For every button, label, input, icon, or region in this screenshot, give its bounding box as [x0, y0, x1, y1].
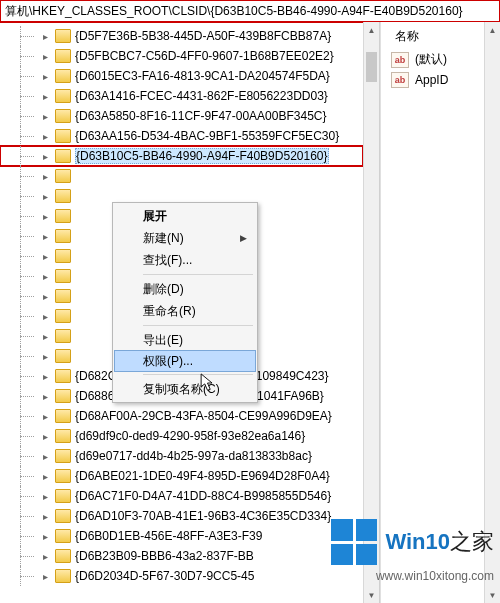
- expander-icon[interactable]: ▸: [40, 291, 51, 302]
- expander-icon[interactable]: ▸: [40, 191, 51, 202]
- address-bar[interactable]: 算机\HKEY_CLASSES_ROOT\CLSID\{D63B10C5-BB4…: [0, 0, 500, 22]
- ctx-find[interactable]: 查找(F)...: [115, 249, 255, 271]
- tree-row[interactable]: ▸85b6bb9c7b}: [0, 166, 363, 186]
- expander-icon[interactable]: ▸: [40, 451, 51, 462]
- values-scrollbar[interactable]: ▲ ▼: [484, 22, 500, 603]
- tree-row[interactable]: ▸{d69df9c0-ded9-4290-958f-93e82ea6a146}: [0, 426, 363, 446]
- expander-icon[interactable]: ▸: [40, 71, 51, 82]
- expander-icon[interactable]: ▸: [40, 91, 51, 102]
- expander-icon[interactable]: ▸: [40, 111, 51, 122]
- tree-row[interactable]: ▸{d69e0717-dd4b-4b25-997a-da813833b8ac}: [0, 446, 363, 466]
- expander-icon[interactable]: ▸: [40, 571, 51, 582]
- tree-row[interactable]: ▸{D6015EC3-FA16-4813-9CA1-DA204574F5DA}: [0, 66, 363, 86]
- tree-item-label: {D5FBCBC7-C56D-4FF0-9607-1B68B7EE02E2}: [75, 49, 334, 63]
- tree-item-label: {D6AC71F0-D4A7-41DD-88C4-B9985855D546}: [75, 489, 331, 503]
- tree-row[interactable]: ▸{D63B10C5-BB46-4990-A94F-F40B9D520160}: [0, 146, 363, 166]
- folder-icon: [55, 29, 71, 43]
- tree-row[interactable]: ▸{D68AF00A-29CB-43FA-8504-CE99A996D9EA}: [0, 406, 363, 426]
- expander-icon[interactable]: ▸: [40, 271, 51, 282]
- tree-item-label: 301CB439E30}: [253, 229, 363, 243]
- value-name: (默认): [415, 51, 447, 68]
- folder-icon: [55, 209, 71, 223]
- expander-icon[interactable]: ▸: [40, 431, 51, 442]
- folder-icon: [55, 349, 71, 363]
- folder-icon: [55, 229, 71, 243]
- tree-row[interactable]: ▸{D63AA156-D534-4BAC-9BF1-55359FCF5EC30}: [0, 126, 363, 146]
- tree-row[interactable]: ▸{D6ABE021-1DE0-49F4-895D-E9694D28F0A4}: [0, 466, 363, 486]
- tree-scrollbar[interactable]: ▲ ▼: [363, 22, 379, 603]
- expander-icon[interactable]: ▸: [40, 411, 51, 422]
- expander-icon[interactable]: ▸: [40, 371, 51, 382]
- tree-item-label: {D6ABE021-1DE0-49F4-895D-E9694D28F0A4}: [75, 469, 330, 483]
- tree-item-label: {D6D2034D-5F67-30D7-9CC5-45: [75, 569, 254, 583]
- tree-row[interactable]: ▸{D6AC71F0-D4A7-41DD-88C4-B9985855D546}: [0, 486, 363, 506]
- tree-row[interactable]: ▸{D6B0D1EB-456E-48FF-A3E3-F39: [0, 526, 363, 546]
- tree-item-label: ED8E86E9B8}: [253, 349, 363, 363]
- tree-item-label: {d69df9c0-ded9-4290-958f-93e82ea6a146}: [75, 429, 305, 443]
- scroll-down-button[interactable]: ▼: [485, 587, 500, 603]
- ctx-expand[interactable]: 展开: [115, 205, 255, 227]
- tree-item-label: 554E9A8ED10}: [253, 189, 363, 203]
- expander-icon[interactable]: ▸: [40, 531, 51, 542]
- scroll-down-button[interactable]: ▼: [364, 587, 379, 603]
- ctx-rename[interactable]: 重命名(R): [115, 300, 255, 322]
- expander-icon[interactable]: ▸: [40, 211, 51, 222]
- expander-icon[interactable]: ▸: [40, 331, 51, 342]
- tree-item-label: {D5F7E36B-5B38-445D-A50F-439B8FCBB87A}: [75, 29, 331, 43]
- folder-icon: [55, 449, 71, 463]
- expander-icon[interactable]: ▸: [40, 151, 51, 162]
- tree-row[interactable]: ▸{D6B23B09-BBB6-43a2-837F-BB: [0, 546, 363, 566]
- folder-icon: [55, 109, 71, 123]
- expander-icon[interactable]: ▸: [40, 231, 51, 242]
- tree-row[interactable]: ▸{D5FBCBC7-C56D-4FF0-9607-1B68B7EE02E2}: [0, 46, 363, 66]
- scroll-up-button[interactable]: ▲: [364, 22, 379, 38]
- tree-row[interactable]: ▸{D5F7E36B-5B38-445D-A50F-439B8FCBB87A}: [0, 26, 363, 46]
- ctx-copy-key-name[interactable]: 复制项名称(C): [115, 378, 255, 400]
- tree-item-label: {D6AD10F3-70AB-41E1-96B3-4C36E35CD334}: [75, 509, 331, 523]
- folder-icon: [55, 189, 71, 203]
- folder-icon: [55, 409, 71, 423]
- watermark-url: www.win10xitong.com: [331, 569, 494, 583]
- value-row-appid[interactable]: ab AppID: [381, 70, 500, 90]
- expander-icon[interactable]: ▸: [40, 351, 51, 362]
- tree-pane: ▸{D5F7E36B-5B38-445D-A50F-439B8FCBB87A}▸…: [0, 22, 380, 603]
- expander-icon[interactable]: ▸: [40, 31, 51, 42]
- scroll-thumb[interactable]: [366, 52, 377, 82]
- folder-icon: [55, 509, 71, 523]
- expander-icon[interactable]: ▸: [40, 491, 51, 502]
- tree-item-label: 90743ee2ff}: [253, 289, 363, 303]
- tree-item-label: {D63AA156-D534-4BAC-9BF1-55359FCF5EC30}: [75, 129, 339, 143]
- folder-icon: [55, 249, 71, 263]
- expander-icon[interactable]: ▸: [40, 51, 51, 62]
- ctx-permissions[interactable]: 权限(P)...: [114, 350, 256, 372]
- tree-item-label: A85382BE9C1}: [253, 269, 363, 283]
- scroll-up-button[interactable]: ▲: [485, 22, 500, 38]
- ctx-separator: [143, 374, 253, 375]
- column-header-name[interactable]: 名称: [381, 22, 500, 49]
- tree-item-label: {D63A5850-8F16-11CF-9F47-00AA00BF345C}: [75, 109, 326, 123]
- tree-item-label: 00C04FC9B31F}: [253, 309, 363, 323]
- tree-row[interactable]: ▸{D6D2034D-5F67-30D7-9CC5-45: [0, 566, 363, 586]
- expander-icon[interactable]: ▸: [40, 391, 51, 402]
- tree-row[interactable]: ▸{D6AD10F3-70AB-41E1-96B3-4C36E35CD334}: [0, 506, 363, 526]
- expander-icon[interactable]: ▸: [40, 171, 51, 182]
- ctx-new[interactable]: 新建(N)▶: [115, 227, 255, 249]
- tree-item-label: {D6B23B09-BBB6-43a2-837F-BB: [75, 549, 254, 563]
- expander-icon[interactable]: ▸: [40, 471, 51, 482]
- expander-icon[interactable]: ▸: [40, 131, 51, 142]
- expander-icon[interactable]: ▸: [40, 551, 51, 562]
- watermark-title: Win10之家: [385, 527, 494, 557]
- expander-icon[interactable]: ▸: [40, 511, 51, 522]
- ctx-export[interactable]: 导出(E): [115, 329, 255, 351]
- ctx-delete[interactable]: 删除(D): [115, 278, 255, 300]
- expander-icon[interactable]: ▸: [40, 311, 51, 322]
- value-name: AppID: [415, 73, 448, 87]
- ctx-separator: [143, 325, 253, 326]
- main-area: ▸{D5F7E36B-5B38-445D-A50F-439B8FCBB87A}▸…: [0, 22, 500, 603]
- folder-icon: [55, 429, 71, 443]
- expander-icon[interactable]: ▸: [40, 251, 51, 262]
- tree-row[interactable]: ▸{D63A1416-FCEC-4431-862F-E8056223DD03}: [0, 86, 363, 106]
- tree-row[interactable]: ▸{D63A5850-8F16-11CF-9F47-00AA00BF345C}: [0, 106, 363, 126]
- value-row-default[interactable]: ab (默认): [381, 49, 500, 70]
- ctx-separator: [143, 274, 253, 275]
